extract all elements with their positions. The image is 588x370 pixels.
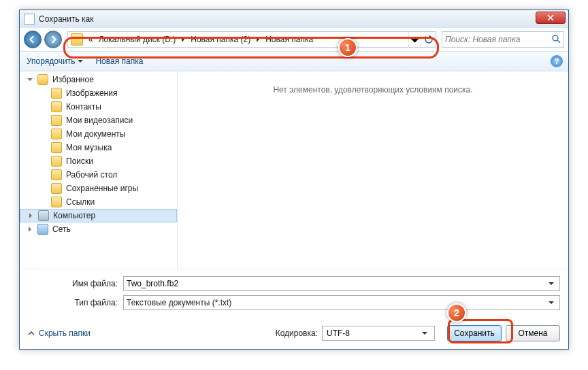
folder-icon [51, 101, 62, 112]
app-icon [24, 14, 35, 24]
filetype-label: Тип файла: [28, 298, 123, 307]
save-as-dialog: Сохранить как « Локальный диск (D:) Нова… [19, 10, 569, 350]
chevron-down-icon [78, 58, 83, 64]
tree-item[interactable]: Сохраненные игры [20, 182, 177, 195]
hide-folders-toggle[interactable]: Скрыть папки [28, 329, 91, 338]
folder-icon [51, 115, 62, 126]
chevron-right-icon[interactable] [27, 226, 33, 233]
tree-item[interactable]: Мои документы [20, 127, 177, 141]
tree-item-label: Мои видеозаписи [66, 116, 133, 125]
bottom-bar: Скрыть папки Кодировка: UTF-8 Сохранить … [20, 320, 568, 348]
breadcrumb-overflow[interactable]: « [86, 32, 96, 47]
chevron-down-icon[interactable] [27, 76, 33, 83]
chevron-right-icon[interactable] [253, 37, 263, 42]
window-title: Сохранить как [39, 14, 93, 24]
folder-icon [51, 183, 62, 194]
new-folder-button[interactable]: Новая папка [95, 56, 143, 66]
titlebar: Сохранить как [20, 10, 568, 28]
folder-tree[interactable]: ИзбранноеИзображенияКонтактыМои видеозап… [20, 71, 178, 269]
chevron-down-icon[interactable] [419, 331, 430, 336]
chevron-right-icon[interactable] [27, 212, 34, 219]
tree-item-label: Компьютер [53, 211, 95, 220]
tree-item[interactable]: Рабочий стол [20, 168, 177, 182]
forward-button[interactable] [44, 31, 62, 48]
tree-item[interactable]: Избранное [20, 73, 177, 86]
tree-item[interactable]: Моя музыка [20, 141, 177, 154]
cancel-button[interactable]: Отмена [506, 325, 560, 341]
field-area: Имя файла: Тип файла: Текстовые документ… [20, 269, 568, 320]
close-icon [547, 14, 554, 21]
empty-message: Нет элементов, удовлетворяющих условиям … [273, 85, 472, 95]
chevron-down-icon[interactable] [546, 300, 557, 305]
tree-item-label: Моя музыка [66, 143, 112, 152]
tree-item[interactable]: Сеть [20, 222, 177, 236]
encoding-label: Кодировка: [276, 329, 318, 338]
tree-item-label: Ссылки [66, 197, 95, 207]
tree-item[interactable]: Компьютер [20, 209, 177, 222]
tree-item-label: Контакты [66, 102, 101, 112]
tree-item-label: Рабочий стол [66, 170, 117, 180]
search-icon[interactable] [551, 34, 561, 46]
folder-icon [51, 156, 62, 167]
filename-input[interactable] [127, 279, 546, 288]
tree-item[interactable]: Поиски [20, 154, 177, 168]
encoding-combo[interactable]: UTF-8 [322, 326, 435, 341]
tree-item-label: Изображения [66, 88, 117, 98]
tree-item[interactable]: Ссылки [20, 195, 177, 209]
folder-icon [51, 129, 62, 139]
tree-item-label: Поиски [66, 156, 93, 166]
search-box[interactable] [442, 31, 564, 48]
hide-folders-label: Скрыть папки [39, 329, 91, 338]
chevron-down-icon[interactable] [546, 281, 557, 286]
tree-item[interactable]: Изображения [20, 86, 177, 100]
breadcrumb-item[interactable]: Локальный диск (D:) [96, 32, 179, 47]
close-button[interactable] [536, 12, 566, 24]
comp-icon [38, 210, 49, 221]
organize-menu[interactable]: Упорядочить [27, 56, 83, 66]
tree-item-label: Сохраненные игры [66, 184, 138, 193]
chevron-right-icon[interactable] [178, 37, 188, 42]
address-bar[interactable]: « Локальный диск (D:) Новая папка (2) Но… [67, 31, 436, 48]
back-button[interactable] [24, 31, 42, 48]
help-button[interactable]: ? [551, 55, 563, 67]
tree-item-label: Избранное [52, 75, 94, 84]
breadcrumb-item[interactable]: Новая папка (2) [188, 32, 253, 47]
tree-item[interactable]: Контакты [20, 100, 177, 114]
star-icon [37, 74, 48, 85]
folder-icon [51, 88, 62, 99]
nav-row: « Локальный диск (D:) Новая папка (2) Но… [20, 28, 568, 51]
folder-icon [71, 33, 83, 46]
refresh-button[interactable] [421, 32, 436, 47]
tree-item[interactable]: Мои видеозаписи [20, 114, 177, 127]
chevron-up-icon [28, 330, 35, 337]
organize-label: Упорядочить [27, 56, 75, 66]
filename-combo[interactable] [123, 276, 560, 291]
tree-item-label: Мои документы [66, 129, 125, 139]
breadcrumb-item[interactable]: Новая папка [263, 32, 316, 47]
search-input[interactable] [445, 35, 551, 44]
filetype-value: Текстовые документы (*.txt) [127, 298, 546, 307]
body-area: ИзбранноеИзображенияКонтактыМои видеозап… [20, 71, 568, 269]
encoding-value: UTF-8 [327, 329, 419, 338]
save-button[interactable]: Сохранить [447, 325, 502, 341]
tree-item-label: Сеть [52, 224, 71, 234]
file-list[interactable]: Нет элементов, удовлетворяющих условиям … [178, 71, 568, 269]
folder-icon [51, 142, 62, 153]
folder-icon [51, 169, 62, 180]
annotation-marker-2: 2 [447, 303, 466, 322]
filetype-combo[interactable]: Текстовые документы (*.txt) [123, 295, 560, 310]
filename-label: Имя файла: [28, 279, 123, 288]
address-dropdown[interactable] [408, 32, 421, 47]
svg-point-0 [553, 35, 558, 41]
annotation-marker-1: 1 [338, 38, 357, 57]
net-icon [37, 224, 48, 235]
new-folder-label: Новая папка [95, 56, 143, 66]
folder-icon [51, 197, 62, 207]
toolbar: Упорядочить Новая папка ? [20, 51, 568, 71]
